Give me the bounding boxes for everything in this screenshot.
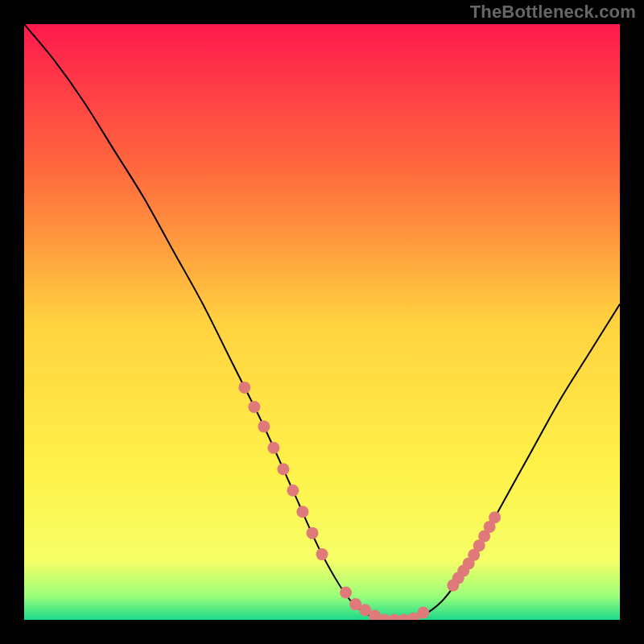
highlight-dot xyxy=(316,548,328,560)
highlight-dot xyxy=(277,463,289,475)
highlight-dot xyxy=(340,586,352,598)
plot-background xyxy=(24,24,620,620)
highlight-dot xyxy=(258,420,270,432)
highlight-dot xyxy=(306,527,318,539)
highlight-dot xyxy=(369,610,381,622)
highlight-dot xyxy=(296,506,308,518)
highlight-dot xyxy=(489,511,501,523)
highlight-dot xyxy=(248,401,260,413)
highlight-dot xyxy=(287,485,299,497)
watermark-text: TheBottleneck.com xyxy=(470,2,636,23)
chart-frame: TheBottleneck.com xyxy=(0,0,644,644)
highlight-dot xyxy=(238,382,250,394)
highlight-dot xyxy=(267,442,279,454)
bottleneck-chart xyxy=(0,0,644,644)
highlight-dot xyxy=(417,607,429,619)
